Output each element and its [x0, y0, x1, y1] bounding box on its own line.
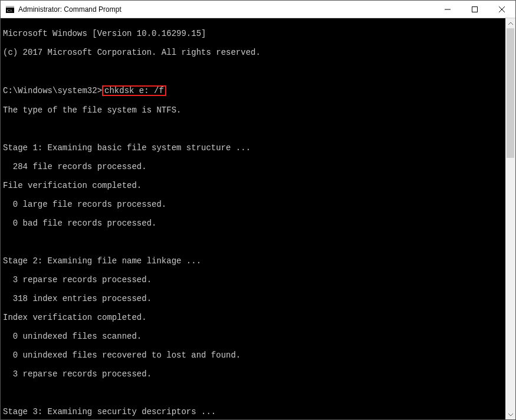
output-line: Index verification completed. — [3, 313, 505, 322]
vertical-scrollbar[interactable] — [505, 18, 515, 419]
scroll-thumb[interactable] — [507, 28, 514, 158]
output-line — [3, 67, 505, 76]
svg-rect-4 — [472, 6, 478, 12]
scroll-up-button[interactable] — [505, 18, 515, 28]
output-line: File verification completed. — [3, 181, 505, 190]
output-line: 284 file records processed. — [3, 162, 505, 171]
output-line: The type of the file system is NTFS. — [3, 105, 505, 115]
output-line: Microsoft Windows [Version 10.0.16299.15… — [3, 29, 505, 38]
output-line: 0 large file records processed. — [3, 200, 505, 209]
output-line — [3, 124, 505, 134]
svg-text:C:\: C:\ — [7, 8, 12, 13]
output-line: 3 reparse records processed. — [3, 369, 505, 379]
prompt-line: C:\Windows\system32>chkdsk e: /f — [3, 85, 505, 96]
output-line: 3 reparse records processed. — [3, 275, 505, 285]
output-line: 318 index entries processed. — [3, 294, 505, 303]
close-button[interactable] — [488, 1, 515, 18]
window-frame: C:\ Administrator: Command Prompt Micros… — [0, 0, 516, 420]
output-line: Stage 2: Examining file name linkage ... — [3, 256, 505, 266]
prompt-prefix: C:\Windows\system32> — [3, 86, 102, 95]
svg-rect-1 — [6, 6, 14, 8]
highlighted-command: chkdsk e: /f — [102, 85, 166, 96]
scroll-track[interactable] — [505, 28, 515, 409]
console-area: Microsoft Windows [Version 10.0.16299.15… — [1, 18, 515, 419]
output-line: 0 unindexed files recovered to lost and … — [3, 350, 505, 360]
output-line: 0 unindexed files scanned. — [3, 332, 505, 341]
output-line: (c) 2017 Microsoft Corporation. All righ… — [3, 48, 505, 57]
output-line — [3, 237, 505, 247]
titlebar[interactable]: C:\ Administrator: Command Prompt — [1, 1, 515, 18]
output-line — [3, 388, 505, 398]
scroll-down-button[interactable] — [505, 409, 515, 419]
output-line: Stage 3: Examining security descriptors … — [3, 407, 505, 416]
output-line: 0 bad file records processed. — [3, 219, 505, 228]
output-line: Stage 1: Examining basic file system str… — [3, 143, 505, 153]
maximize-button[interactable] — [461, 1, 488, 18]
window-title: Administrator: Command Prompt — [18, 5, 121, 14]
terminal-output[interactable]: Microsoft Windows [Version 10.0.16299.15… — [1, 18, 505, 419]
minimize-button[interactable] — [434, 1, 461, 18]
app-icon: C:\ — [5, 5, 15, 14]
